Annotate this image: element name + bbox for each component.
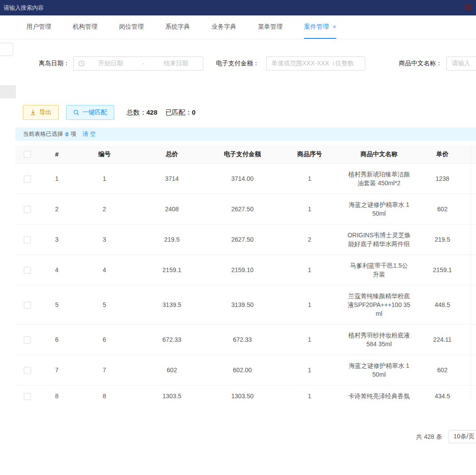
cell-unit: 448.5 [414, 285, 471, 324]
cell-index: 7 [39, 355, 74, 385]
cell-serial: 1 [275, 163, 344, 194]
filter-amount-group: 电子支付金额： 单值或范围XXX-XXX（仅整数 [216, 56, 365, 71]
global-search-input[interactable]: 请输入搜索内容 [4, 4, 44, 12]
row-checkbox[interactable] [24, 393, 31, 400]
row-checkbox[interactable] [24, 367, 31, 374]
column-header: 商品序号 [275, 146, 344, 163]
row-checkbox[interactable] [24, 176, 31, 183]
cell-epay: 3139.50 [209, 285, 275, 324]
page-size-value: 10条/页 [454, 433, 474, 441]
clipped-column-edge [471, 146, 476, 163]
cell-epay: 602.00 [209, 355, 275, 385]
clipped-cell-edge [471, 224, 476, 254]
data-table: #编号总价电子支付金额商品序号商品中文名称单价 1137143714.001植村… [15, 146, 476, 400]
page-size-select[interactable]: 10条/页 [449, 430, 476, 443]
cell-name: ORIGINS韦博士灵芝焕能好底子精华水两件组 [344, 224, 414, 254]
tab-biz-dict[interactable]: 业务字典 [212, 15, 236, 39]
cell-index: 6 [39, 324, 74, 355]
row-checkbox-cell [15, 224, 39, 254]
cell-code: 7 [74, 355, 134, 385]
tab-sys-dict[interactable]: 系统字典 [165, 15, 190, 39]
cell-index: 5 [39, 285, 74, 324]
tab-users[interactable]: 用户管理 [26, 15, 51, 39]
column-header: 总价 [134, 146, 209, 163]
tab-menus[interactable]: 菜单管理 [258, 15, 283, 39]
date-range-input[interactable]: 开始日期 - 结束日期 [73, 56, 203, 71]
amount-placeholder: 单值或范围XXX-XXX（仅整数 [271, 60, 354, 67]
tab-orgs[interactable]: 机构管理 [73, 15, 97, 39]
clock-icon [78, 60, 85, 67]
row-checkbox[interactable] [24, 206, 31, 213]
tab-label: 岗位管理 [119, 23, 144, 31]
navbar-right-icon[interactable] [465, 4, 472, 11]
row-checkbox[interactable] [24, 236, 31, 243]
clipped-cell-edge [471, 254, 476, 285]
cell-code: 1 [74, 163, 134, 194]
cell-serial: 1 [275, 324, 344, 355]
page-root: 请输入搜索内容 用户管理机构管理岗位管理系统字典业务字典菜单管理案件管理× 离岛… [0, 0, 476, 475]
filter-product-group: 商品中文名称： 请输入 [399, 56, 476, 71]
tab-cases[interactable]: 案件管理× [304, 15, 336, 39]
clipped-cell-edge [471, 194, 476, 224]
cell-total: 1303.5 [134, 385, 209, 400]
tab-close-icon[interactable]: × [333, 23, 336, 30]
tab-bar: 用户管理机构管理岗位管理系统字典业务字典菜单管理案件管理× [0, 15, 476, 39]
row-checkbox[interactable] [24, 337, 31, 344]
row-checkbox[interactable] [24, 267, 31, 274]
total-value: 428 [146, 108, 157, 116]
cell-unit: 602 [414, 355, 471, 385]
product-name-input[interactable]: 请输入 [446, 56, 476, 71]
export-button[interactable]: 导出 [23, 105, 59, 120]
row-checkbox-cell [15, 355, 39, 385]
cell-serial: 1 [275, 285, 344, 324]
row-checkbox[interactable] [24, 302, 31, 309]
row-checkbox-cell [15, 285, 39, 324]
product-placeholder: 请输入 [452, 60, 470, 67]
pagination-total: 共 428 条 [416, 433, 442, 441]
clipped-cell-edge [471, 324, 476, 355]
row-checkbox-cell [15, 254, 39, 285]
cell-total: 2408 [134, 194, 209, 224]
match-counts: 总数：428 已匹配：0 [126, 108, 202, 117]
cell-code: 2 [74, 194, 134, 224]
end-date-placeholder[interactable]: 结束日期 [164, 60, 188, 67]
row-checkbox-cell [15, 385, 39, 400]
table-row: 2224082627.501海蓝之谜修护精萃水 150ml602 [15, 194, 476, 224]
row-checkbox-cell [15, 163, 39, 194]
cell-name: 卡诗菁纯亮泽经典香氛 [344, 385, 414, 400]
column-header: 编号 [74, 146, 134, 163]
amount-input[interactable]: 单值或范围XXX-XXX（仅整数 [266, 56, 365, 71]
tab-label: 业务字典 [212, 23, 236, 31]
tab-label: 用户管理 [26, 23, 51, 31]
table-header-row: #编号总价电子支付金额商品序号商品中文名称单价 [15, 146, 476, 163]
cell-unit: 434.5 [414, 385, 471, 400]
cell-serial: 2 [275, 224, 344, 254]
clear-selection-link[interactable]: 清空 [82, 130, 97, 138]
table-row: 33219.52627.502ORIGINS韦博士灵芝焕能好底子精华水两件组21… [15, 224, 476, 254]
date-separator: - [142, 60, 145, 67]
cell-index: 8 [39, 385, 74, 400]
clipped-cell-edge [471, 285, 476, 324]
tab-positions[interactable]: 岗位管理 [119, 15, 144, 39]
cell-epay: 3714.00 [209, 163, 275, 194]
cell-unit: 219.5 [414, 224, 471, 254]
one-click-match-button[interactable]: 一键匹配 [66, 105, 114, 120]
tab-label: 机构管理 [73, 23, 97, 31]
topbar: 请输入搜索内容 [0, 0, 476, 15]
cell-code: 4 [74, 254, 134, 285]
cell-total: 672.33 [134, 324, 209, 355]
pagination: 共 428 条 10条/页 [0, 430, 476, 444]
cell-code: 8 [74, 385, 134, 400]
cell-name: 马爹利蓝带干邑1.5公升装 [344, 254, 414, 285]
start-date-placeholder[interactable]: 开始日期 [98, 60, 123, 67]
row-checkbox[interactable] [24, 151, 31, 158]
cell-serial: 1 [275, 385, 344, 400]
row-checkbox-cell [15, 194, 39, 224]
selection-suffix: 项 [71, 130, 76, 138]
clipped-cell-edge [471, 163, 476, 194]
tab-label: 菜单管理 [258, 23, 283, 31]
search-icon [73, 109, 79, 116]
matched-label: 已匹配： [165, 108, 192, 116]
date-filter-label: 离岛日期： [39, 60, 70, 67]
cell-index: 3 [39, 224, 74, 254]
